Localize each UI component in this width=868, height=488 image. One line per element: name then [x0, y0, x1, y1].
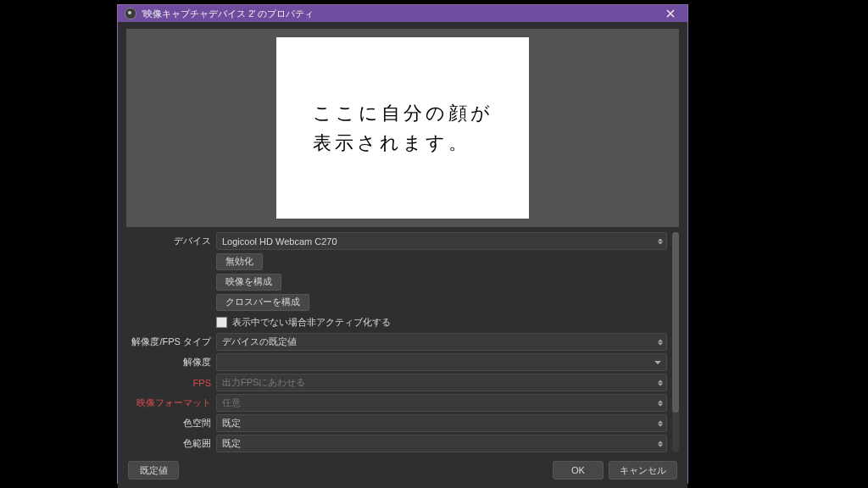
updown-icon	[658, 380, 663, 385]
properties-dialog: '映像キャプチャデバイス 2' のプロパティ ここに自分の顔が 表示されます。 …	[117, 4, 688, 484]
titlebar[interactable]: '映像キャプチャデバイス 2' のプロパティ	[118, 5, 687, 22]
cancel-button[interactable]: キャンセル	[609, 461, 677, 480]
obs-icon	[125, 8, 136, 19]
res-fps-type-select[interactable]: デバイスの既定値	[216, 333, 667, 351]
form-rows: デバイス Logicool HD Webcam C270 無効化 映像を構成	[126, 232, 667, 452]
res-fps-type-value: デバイスの既定値	[222, 336, 297, 348]
configure-crossbar-button[interactable]: クロスバーを構成	[216, 294, 309, 311]
row-device: デバイス Logicool HD Webcam C270	[126, 232, 667, 250]
colorspace-value: 既定	[222, 417, 241, 430]
row-color-range: 色範囲 既定	[126, 435, 667, 452]
label-video-format: 映像フォーマット	[126, 396, 211, 409]
row-res-fps-type: 解像度/FPS タイプ デバイスの既定値	[126, 333, 667, 351]
defaults-button[interactable]: 既定値	[128, 461, 179, 480]
updown-icon	[658, 441, 663, 446]
video-format-value: 任意	[222, 396, 241, 409]
color-range-value: 既定	[222, 437, 241, 450]
preview-canvas: ここに自分の顔が 表示されます。	[276, 37, 529, 219]
dialog-body: ここに自分の顔が 表示されます。 デバイス Logicool HD Webcam…	[118, 22, 687, 488]
row-configure-video: 映像を構成	[126, 273, 667, 291]
label-colorspace: 色空間	[126, 417, 211, 430]
device-select[interactable]: Logicool HD Webcam C270	[216, 232, 667, 250]
row-configure-crossbar: クロスバーを構成	[126, 293, 667, 311]
chevron-down-icon	[654, 361, 661, 364]
scrollbar[interactable]	[672, 232, 679, 452]
device-value: Logicool HD Webcam C270	[222, 236, 337, 247]
preview-area: ここに自分の顔が 表示されます。	[126, 29, 679, 227]
defaults-label: 既定値	[140, 464, 168, 477]
close-icon	[666, 9, 675, 18]
configure-video-label: 映像を構成	[225, 275, 272, 288]
colorspace-select[interactable]: 既定	[216, 414, 667, 432]
disable-button-label: 無効化	[225, 255, 253, 268]
deactivate-checkbox[interactable]	[216, 317, 227, 328]
disable-button[interactable]: 無効化	[216, 253, 263, 270]
label-resolution: 解像度	[126, 356, 211, 369]
scrollbar-thumb[interactable]	[672, 232, 679, 413]
dialog-title: '映像キャプチャデバイス 2' のプロパティ	[142, 8, 654, 20]
label-fps: FPS	[126, 378, 211, 388]
row-deactivate: 表示中でない場合非アクティブ化する	[216, 313, 667, 330]
row-colorspace: 色空間 既定	[126, 414, 667, 432]
configure-video-button[interactable]: 映像を構成	[216, 274, 281, 291]
footer: 既定値 OK キャンセル	[126, 458, 679, 483]
row-fps: FPS 出力FPSにあわせる	[126, 374, 667, 391]
form-scroll: デバイス Logicool HD Webcam C270 無効化 映像を構成	[126, 232, 679, 452]
label-res-fps-type: 解像度/FPS タイプ	[126, 336, 211, 348]
updown-icon	[658, 238, 663, 244]
ok-button[interactable]: OK	[553, 461, 604, 480]
deactivate-label: 表示中でない場合非アクティブ化する	[232, 316, 391, 329]
video-format-select[interactable]: 任意	[216, 394, 667, 412]
updown-icon	[658, 400, 663, 406]
color-range-select[interactable]: 既定	[216, 435, 667, 452]
fps-value: 出力FPSにあわせる	[222, 376, 305, 389]
updown-icon	[658, 420, 663, 426]
resolution-select[interactable]	[216, 353, 667, 371]
label-device: デバイス	[126, 235, 211, 247]
close-button[interactable]	[659, 5, 682, 22]
row-video-format: 映像フォーマット 任意	[126, 394, 667, 412]
cancel-label: キャンセル	[620, 464, 666, 477]
updown-icon	[658, 339, 663, 345]
preview-placeholder-text: ここに自分の顔が 表示されます。	[313, 98, 493, 158]
configure-crossbar-label: クロスバーを構成	[225, 296, 300, 308]
ok-label: OK	[571, 465, 585, 475]
label-color-range: 色範囲	[126, 437, 211, 450]
row-resolution: 解像度	[126, 353, 667, 371]
row-disable: 無効化	[126, 252, 667, 270]
fps-select[interactable]: 出力FPSにあわせる	[216, 374, 667, 391]
